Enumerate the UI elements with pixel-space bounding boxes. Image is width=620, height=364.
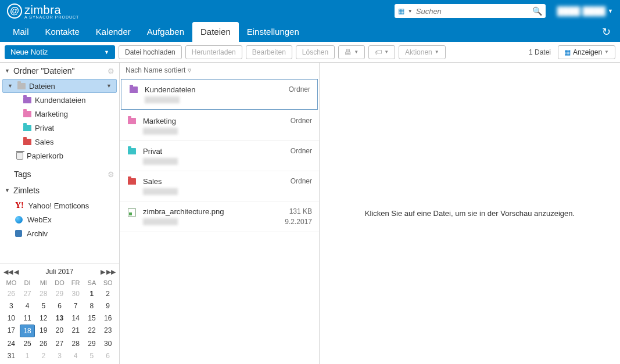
list-item[interactable]: Sales Ordner xyxy=(120,171,319,201)
item-type: Ordner xyxy=(275,177,312,185)
item-date: 9.2.2017 xyxy=(275,218,312,226)
sort-dir-icon: ▽ xyxy=(188,68,191,73)
zimlet-webex[interactable]: WebEx xyxy=(0,212,119,226)
search-icon[interactable]: 🔍 xyxy=(532,6,542,16)
list-item[interactable]: Kundendateien Ordner xyxy=(121,79,318,110)
new-note-button[interactable]: Neue Notiz ▼ xyxy=(5,45,115,59)
tags-title: Tags xyxy=(14,170,31,179)
sort-label: Nach Name sortiert xyxy=(126,66,185,74)
folders-title: Ordner "Dateien" xyxy=(13,66,75,75)
list-item[interactable]: zimbra_architecture.png 131 KB9.2.2017 xyxy=(120,201,319,232)
zimlet-label: WebEx xyxy=(27,215,52,224)
folder-icon xyxy=(128,148,136,154)
tab-mail[interactable]: Mail xyxy=(5,22,37,42)
edit-button[interactable]: Bearbeiten xyxy=(246,45,292,59)
zimlet-yahoo[interactable]: Y! Yahoo! Emoticons xyxy=(0,199,119,212)
download-button[interactable]: Herunterladen xyxy=(185,45,242,59)
tags-section-header[interactable]: Tags ⚙ xyxy=(0,166,119,182)
zimlets-title: Zimlets xyxy=(13,186,40,195)
mini-calendar: ◀◀◀ Juli 2017 ▶▶▶ MODIMIDOFRSASO 2627282… xyxy=(0,264,119,364)
sidebar-item-marketing[interactable]: Marketing xyxy=(0,107,119,121)
preview-pane: Klicken Sie auf eine Datei, um sie in de… xyxy=(320,63,620,364)
folder-label: Sales xyxy=(35,138,54,146)
sidebar-item-trash[interactable]: Papierkorb xyxy=(0,149,119,163)
zimlet-archiv[interactable]: Archiv xyxy=(0,226,119,240)
gear-icon[interactable]: ⚙ xyxy=(107,170,114,179)
item-sub xyxy=(143,128,178,135)
search-scope-dropdown-icon[interactable]: ▼ xyxy=(408,9,413,14)
yahoo-icon: Y! xyxy=(15,201,24,210)
tab-calendar[interactable]: Kalender xyxy=(88,22,139,42)
preview-hint: Klicken Sie auf eine Datei, um sie in de… xyxy=(365,209,575,218)
item-name: Marketing xyxy=(143,117,269,125)
layout-icon: ▦ xyxy=(564,48,571,56)
brand-logo: zimbra A SYNACOR PRODUCT xyxy=(7,3,79,19)
new-note-label: Neue Notiz xyxy=(10,48,48,56)
tab-tasks[interactable]: Aufgaben xyxy=(139,22,192,42)
list-item[interactable]: Privat Ordner xyxy=(120,141,319,171)
logo-icon xyxy=(7,3,22,19)
nav-tabs: Mail Kontakte Kalender Aufgaben Dateien … xyxy=(0,22,620,42)
calendar-filter-icon[interactable]: ▦ xyxy=(398,7,404,15)
search-box[interactable]: ▦ ▼ 🔍 xyxy=(395,4,546,18)
chevron-down-icon: ▼ xyxy=(608,8,613,14)
item-sub xyxy=(143,218,178,225)
brand-text: zimbra xyxy=(24,3,61,16)
item-sub xyxy=(143,158,178,165)
folder-icon xyxy=(23,97,31,103)
cal-grid: MODIMIDOFRSASO 262728293012 3456789 1011… xyxy=(3,278,116,362)
sidebar-item-sales[interactable]: Sales xyxy=(0,135,119,149)
search-input[interactable] xyxy=(416,7,529,16)
chevron-down-icon[interactable]: ▼ xyxy=(106,83,112,89)
toolbar: Neue Notiz ▼ Datei hochladen Herunterlad… xyxy=(0,42,620,63)
folder-icon xyxy=(23,139,31,145)
folder-label: Marketing xyxy=(35,110,68,118)
gear-icon[interactable]: ⚙ xyxy=(107,67,114,75)
collapse-icon: ▼ xyxy=(5,68,10,74)
tab-settings[interactable]: Einstellungen xyxy=(239,22,307,42)
cal-today[interactable]: 18 xyxy=(20,325,35,337)
item-name: Kundendateien xyxy=(145,85,267,94)
zimlets-section-header[interactable]: ▼ Zimlets xyxy=(0,182,119,199)
folder-tree: ▼ Dateien ▼ Kundendateien Marketing Priv… xyxy=(0,79,119,166)
tag-button[interactable]: 🏷▼ xyxy=(368,45,395,59)
cal-day[interactable]: 26 xyxy=(3,288,19,300)
app-header: zimbra A SYNACOR PRODUCT ▦ ▼ 🔍 ████ ████… xyxy=(0,0,620,22)
send-button[interactable]: 🖶▼ xyxy=(338,45,365,59)
refresh-button[interactable]: ↻ xyxy=(597,22,615,42)
delete-button[interactable]: Löschen xyxy=(296,45,335,59)
folder-label: Kundendateien xyxy=(35,96,85,104)
collapse-icon: ▼ xyxy=(5,188,10,193)
view-button[interactable]: ▦Anzeigen▼ xyxy=(558,45,615,59)
list-item[interactable]: Marketing Ordner xyxy=(120,111,319,141)
globe-icon xyxy=(15,216,23,224)
folder-icon xyxy=(23,111,31,117)
cal-next[interactable]: ▶▶▶ xyxy=(101,268,116,276)
expand-icon[interactable]: ▼ xyxy=(8,83,13,89)
zimlet-label: Yahoo! Emoticons xyxy=(28,201,89,210)
upload-button[interactable]: Datei hochladen xyxy=(119,45,182,59)
sidebar-item-privat[interactable]: Privat xyxy=(0,121,119,135)
user-menu[interactable]: ████ ████ ▼ xyxy=(546,6,613,16)
item-name: zimbra_architecture.png xyxy=(143,207,269,216)
folder-icon xyxy=(128,118,136,124)
tab-contacts[interactable]: Kontakte xyxy=(37,22,88,42)
tab-files[interactable]: Dateien xyxy=(192,22,239,42)
actions-button[interactable]: Aktionen▼ xyxy=(399,45,446,59)
trash-icon xyxy=(16,152,23,160)
double-right-icon: ▶▶ xyxy=(106,268,116,276)
sidebar-item-root[interactable]: ▼ Dateien ▼ xyxy=(2,79,117,93)
folder-label: Privat xyxy=(35,124,54,132)
sidebar-item-kundendateien[interactable]: Kundendateien xyxy=(0,93,119,107)
sort-header[interactable]: Nach Name sortiert ▽ xyxy=(120,63,319,78)
brand-subtext: A SYNACOR PRODUCT xyxy=(24,15,79,19)
folder-icon xyxy=(17,83,26,89)
sidebar: ▼ Ordner "Dateien" ⚙ ▼ Dateien ▼ Kundend… xyxy=(0,63,120,364)
folders-section-header[interactable]: ▼ Ordner "Dateien" ⚙ xyxy=(0,63,119,79)
item-name: Privat xyxy=(143,147,269,156)
folder-icon xyxy=(23,125,31,131)
item-type: Ordner xyxy=(273,85,310,93)
item-size: 131 KB xyxy=(275,207,312,215)
archive-icon xyxy=(15,230,22,237)
cal-prev[interactable]: ◀◀◀ xyxy=(3,268,19,276)
